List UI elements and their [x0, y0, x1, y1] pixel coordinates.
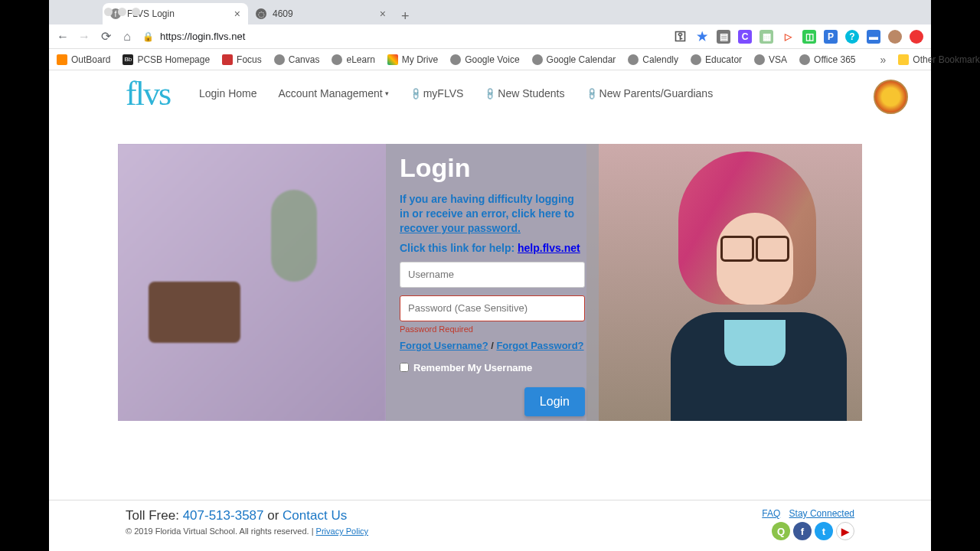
bookmark-item[interactable]: BbPCSB Homepage [122, 54, 210, 65]
nav-login-home[interactable]: Login Home [199, 87, 257, 99]
toll-free: Toll Free: 407-513-3587 or Contact Us [126, 508, 368, 523]
nav-new-students[interactable]: 🔗New Students [485, 87, 564, 99]
bookmark-item[interactable]: Calendly [628, 54, 678, 65]
site-nav: flvs Login Home Account Management▾ 🔗myF… [49, 70, 931, 116]
star-icon[interactable]: ★ [695, 30, 709, 44]
password-error: Password Required [400, 324, 585, 334]
ext-icon[interactable]: ▤ [717, 30, 730, 44]
ext-icon[interactable]: ◫ [802, 30, 816, 44]
close-icon[interactable]: × [380, 8, 386, 20]
new-tab-button[interactable]: + [394, 8, 417, 24]
social-icons: Q f t ▶ [756, 522, 854, 540]
bookmarks-bar: OutBoard BbPCSB Homepage Focus Canvas eL… [49, 49, 931, 70]
password-input[interactable] [400, 295, 585, 321]
social-icon[interactable]: Q [772, 522, 790, 540]
window-controls[interactable] [104, 8, 140, 16]
back-icon[interactable]: ← [57, 31, 69, 43]
faq-link[interactable]: FAQ [762, 508, 780, 519]
copyright: © 2019 Florida Virtual School. All right… [126, 527, 368, 536]
extension-icons: ⚿ ★ ▤ C ▦ ▷ ◫ P ? ▬ [674, 30, 923, 44]
bookmark-item[interactable]: My Drive [387, 54, 438, 65]
logo[interactable]: flvs [126, 74, 170, 113]
link-icon: 🔗 [408, 86, 423, 100]
bookmark-item[interactable]: Focus [222, 54, 262, 65]
tab-strip: f FLVS Login × ◌ 4609 × + [49, 0, 931, 24]
ext-icon[interactable]: C [738, 30, 752, 44]
chevron-down-icon: ▾ [385, 90, 389, 97]
ext-icon[interactable] [910, 30, 923, 44]
nav-account-management[interactable]: Account Management▾ [279, 87, 389, 99]
lock-icon: 🔒 [142, 31, 154, 42]
hero-background-left [118, 144, 386, 421]
browser-tab[interactable]: ◌ 4609 × [248, 3, 394, 24]
bookmark-item[interactable]: eLearn [332, 54, 374, 65]
facebook-icon[interactable]: f [793, 522, 812, 540]
login-title: Login [400, 153, 585, 183]
recover-password-link[interactable]: recover your password. [400, 222, 521, 234]
ext-icon[interactable]: ▷ [781, 30, 795, 44]
stay-connected-link[interactable]: Stay Connected [789, 508, 854, 519]
help-line: Click this link for help: help.flvs.net [400, 242, 585, 254]
ext-icon[interactable]: ▦ [760, 30, 773, 44]
link-icon: 🔗 [584, 86, 599, 100]
youtube-icon[interactable]: ▶ [836, 522, 854, 540]
tab-title: FLVS Login [127, 8, 228, 19]
login-button[interactable]: Login [524, 387, 585, 416]
forgot-links: Forgot Username? / Forgot Password? [400, 340, 585, 351]
bookmark-item[interactable]: Canvas [274, 54, 320, 65]
bookmark-item[interactable]: Google Calendar [532, 54, 616, 65]
reload-icon[interactable]: ⟳ [100, 31, 112, 43]
close-icon[interactable]: × [234, 8, 240, 20]
url-text: https://login.flvs.net [160, 31, 245, 42]
remember-username[interactable]: Remember My Username [400, 362, 585, 373]
home-icon[interactable]: ⌂ [121, 31, 133, 43]
nav-myflvs[interactable]: 🔗myFLVS [410, 87, 464, 99]
bookmark-item[interactable]: VSA [754, 54, 787, 65]
avatar-icon[interactable] [888, 30, 902, 44]
url-field[interactable]: 🔒 https://login.flvs.net [142, 31, 665, 42]
favicon-icon: ◌ [256, 8, 266, 19]
bookmark-item[interactable]: OutBoard [57, 54, 110, 65]
contact-us-link[interactable]: Contact Us [283, 508, 347, 523]
forgot-username-link[interactable]: Forgot Username? [400, 340, 488, 351]
footer: Toll Free: 407-513-3587 or Contact Us © … [49, 500, 931, 551]
hero-banner: Login If you are having difficulty loggi… [118, 144, 862, 421]
ext-icon[interactable]: P [824, 30, 838, 44]
key-icon[interactable]: ⚿ [674, 30, 688, 44]
phone-number[interactable]: 407-513-3587 [183, 508, 264, 523]
twitter-icon[interactable]: t [815, 522, 833, 540]
tab-title: 4609 [273, 8, 374, 19]
bookmark-item[interactable]: Office 365 [799, 54, 855, 65]
privacy-policy-link[interactable]: Privacy Policy [316, 527, 368, 536]
login-notice: If you are having difficulty logging in … [400, 192, 585, 236]
ext-icon[interactable]: ▬ [867, 30, 880, 44]
help-link[interactable]: help.flvs.net [518, 242, 580, 254]
login-panel: Login If you are having difficulty loggi… [386, 144, 599, 421]
address-bar: ← → ⟳ ⌂ 🔒 https://login.flvs.net ⚿ ★ ▤ C… [49, 24, 931, 49]
bookmarks-overflow-icon[interactable]: » [880, 54, 887, 66]
bookmark-item[interactable]: Google Voice [450, 54, 519, 65]
link-icon: 🔗 [483, 86, 498, 100]
nav-new-parents[interactable]: 🔗New Parents/Guardians [586, 87, 714, 99]
other-bookmarks[interactable]: Other Bookmarks [898, 54, 980, 65]
forward-icon[interactable]: → [78, 31, 90, 43]
username-input[interactable] [400, 262, 585, 288]
bookmark-item[interactable]: Educator [691, 54, 742, 65]
florida-seal-icon [874, 80, 908, 114]
remember-checkbox[interactable] [400, 363, 409, 372]
forgot-password-link[interactable]: Forgot Password? [496, 340, 583, 351]
ext-icon[interactable]: ? [845, 30, 859, 44]
hero-background-right [586, 144, 862, 421]
student-photo [602, 144, 847, 421]
